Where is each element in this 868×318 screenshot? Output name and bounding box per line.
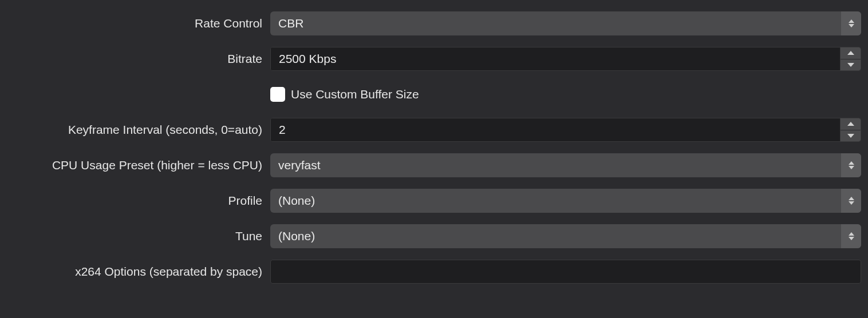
profile-dropdown-button[interactable] bbox=[841, 189, 861, 213]
cpu-preset-value: veryfast bbox=[270, 153, 841, 177]
rate-control-label: Rate Control bbox=[7, 17, 270, 30]
keyframe-interval-label: Keyframe Interval (seconds, 0=auto) bbox=[7, 123, 270, 137]
use-custom-buffer-label: Use Custom Buffer Size bbox=[291, 88, 419, 101]
chevron-down-icon bbox=[849, 24, 854, 27]
keyframe-step-down-button[interactable] bbox=[841, 130, 861, 142]
cpu-preset-select[interactable]: veryfast bbox=[270, 153, 861, 177]
cpu-preset-dropdown-button[interactable] bbox=[841, 153, 861, 177]
keyframe-step-up-button[interactable] bbox=[841, 118, 861, 130]
chevron-up-icon bbox=[849, 19, 854, 23]
chevron-down-icon bbox=[849, 237, 854, 240]
profile-select[interactable]: (None) bbox=[270, 189, 861, 213]
cpu-preset-label: CPU Usage Preset (higher = less CPU) bbox=[7, 158, 270, 172]
bitrate-step-down-button[interactable] bbox=[841, 59, 861, 71]
tune-value: (None) bbox=[270, 224, 841, 248]
bitrate-value[interactable]: 2500 Kbps bbox=[271, 47, 840, 70]
bitrate-step-up-button[interactable] bbox=[841, 47, 861, 59]
x264-options-input[interactable] bbox=[270, 260, 861, 284]
chevron-down-icon bbox=[847, 63, 854, 67]
bitrate-label: Bitrate bbox=[7, 52, 270, 66]
profile-label: Profile bbox=[7, 194, 270, 208]
chevron-down-icon bbox=[849, 166, 854, 169]
keyframe-interval-spinner[interactable]: 2 bbox=[270, 118, 861, 142]
tune-dropdown-button[interactable] bbox=[841, 224, 861, 248]
x264-options-label: x264 Options (separated by space) bbox=[7, 265, 270, 279]
chevron-up-icon bbox=[847, 51, 854, 55]
rate-control-dropdown-button[interactable] bbox=[841, 11, 861, 35]
use-custom-buffer-checkbox[interactable] bbox=[270, 87, 285, 102]
chevron-up-icon bbox=[849, 232, 854, 236]
tune-select[interactable]: (None) bbox=[270, 224, 861, 248]
chevron-down-icon bbox=[847, 134, 854, 138]
chevron-down-icon bbox=[849, 201, 854, 205]
chevron-up-icon bbox=[849, 197, 854, 200]
rate-control-value: CBR bbox=[270, 11, 841, 35]
bitrate-spinner[interactable]: 2500 Kbps bbox=[270, 47, 861, 71]
chevron-up-icon bbox=[847, 122, 854, 126]
profile-value: (None) bbox=[270, 189, 841, 213]
rate-control-select[interactable]: CBR bbox=[270, 11, 861, 35]
tune-label: Tune bbox=[7, 229, 270, 243]
keyframe-interval-value[interactable]: 2 bbox=[271, 118, 840, 141]
chevron-up-icon bbox=[849, 161, 854, 165]
